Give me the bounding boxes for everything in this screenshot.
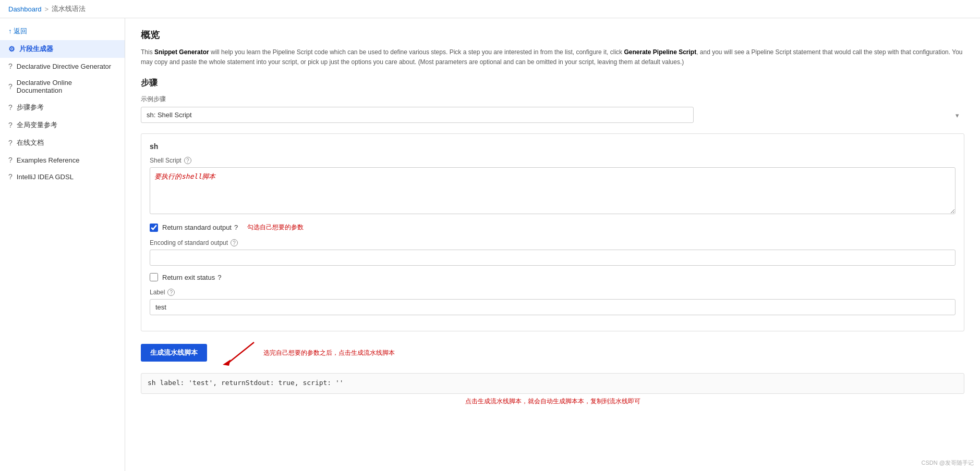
sidebar-item-online-docs[interactable]: ? 在线文档 [0,134,125,152]
sidebar-item-label: 片段生成器 [19,44,53,54]
breadcrumb-sep1: > [45,5,49,13]
svg-line-0 [228,342,254,363]
help-icon-1: ? [8,62,13,70]
encoding-group: Encoding of standard output ? [150,239,955,266]
sidebar-item-declarative-online[interactable]: ? Declarative Online Documentation [0,75,125,98]
shell-script-label: Shell Script [150,157,182,164]
sidebar-item-label: 在线文档 [17,138,44,147]
encoding-label-row: Encoding of standard output ? [150,239,955,246]
return-stdout-row: Return standard output ? 勾选自己想要的参数 [150,223,955,232]
sidebar-item-global-variable[interactable]: ? 全局变量参考 [0,116,125,134]
return-exit-label: Return exit status ? [162,274,221,281]
sh-title: sh [150,142,955,151]
breadcrumb-home[interactable]: Dashboard [8,5,42,13]
encoding-label: Encoding of standard output [150,239,228,246]
sidebar-item-snippet-generator[interactable]: ⚙ 片段生成器 [0,40,125,58]
sidebar-item-label: Examples Reference [17,156,80,164]
arrow-annotation: 选完自己想要的参数之后，点击生成流水线脚本 [217,340,395,366]
intro-text: This Snippet Generator will help you lea… [141,47,964,67]
shell-script-group: Shell Script ? [150,157,955,216]
help-icon-2: ? [8,82,13,91]
step-select[interactable]: sh: Shell Script bat: Windows Batch Scri… [141,107,694,123]
shell-script-textarea[interactable] [150,167,955,214]
sidebar-back[interactable]: ↑ 返回 [0,22,125,40]
label-input[interactable] [150,299,955,315]
sidebar-item-declarative-directive[interactable]: ? Declarative Directive Generator [0,58,125,75]
sidebar: ↑ 返回 ⚙ 片段生成器 ? Declarative Directive Gen… [0,18,125,471]
output-value: sh label: 'test', returnStdout: true, sc… [148,379,344,387]
sidebar-item-step-reference[interactable]: ? 步骤参考 [0,98,125,116]
example-steps-label: 示例步骤 [141,95,964,104]
help-icon-6: ? [8,156,13,164]
sidebar-item-label: Declarative Directive Generator [17,63,111,70]
output-annotation: 点击生成流水线脚本，就会自动生成脚本本，复制到流水线即可 [141,397,964,406]
help-icon-7: ? [8,172,13,181]
output-section: sh label: 'test', returnStdout: true, sc… [141,373,964,406]
shell-script-label-row: Shell Script ? [150,157,955,164]
sh-section: sh Shell Script ? Return standard output… [141,133,964,331]
sidebar-item-intellij-gdsl[interactable]: ? IntelliJ IDEA GDSL [0,168,125,185]
sidebar-item-label: 步骤参考 [17,103,44,112]
breadcrumb-current: 流水线语法 [52,4,86,14]
gear-icon: ⚙ [8,45,15,53]
help-icon-3: ? [8,103,13,111]
help-icon-5: ? [8,139,13,147]
return-stdout-help-icon[interactable]: ? [234,224,238,231]
return-stdout-label: Return standard output ? [162,224,238,231]
label-field-label-row: Label ? [150,289,955,296]
sidebar-item-label: IntelliJ IDEA GDSL [17,173,74,181]
sidebar-item-label: 全局变量参考 [17,120,57,130]
help-icon-4: ? [8,121,13,129]
shell-script-help-icon[interactable]: ? [184,157,191,164]
label-field-label: Label [150,289,165,296]
svg-marker-1 [223,360,231,366]
sidebar-item-examples-reference[interactable]: ? Examples Reference [0,152,125,168]
arrow-icon [217,340,259,366]
return-stdout-checkbox[interactable] [150,224,158,232]
dropdown-row: 示例步骤 sh: Shell Script bat: Windows Batch… [141,95,964,123]
back-label: ↑ 返回 [8,27,27,36]
generate-btn-row: 生成流水线脚本 选完自己想要的参数之后，点击生成流水线脚本 [141,340,964,366]
return-stdout-annotation: 勾选自己想要的参数 [247,223,304,232]
generate-annotation: 选完自己想要的参数之后，点击生成流水线脚本 [263,349,395,357]
label-group: Label ? [150,289,955,315]
sidebar-item-label: Declarative Online Documentation [17,79,116,94]
main-content: 概览 This Snippet Generator will help you … [125,18,980,471]
steps-title: 步骤 [141,78,964,89]
return-exit-row: Return exit status ? [150,273,955,281]
breadcrumb: Dashboard > 流水线语法 [0,0,980,18]
overview-title: 概览 [141,29,964,41]
return-exit-help-icon[interactable]: ? [217,274,221,281]
generate-button[interactable]: 生成流水线脚本 [141,344,207,362]
csdn-watermark: CSDN @发哥随手记 [922,459,974,467]
encoding-help-icon[interactable]: ? [231,239,238,246]
label-help-icon[interactable]: ? [167,289,175,296]
encoding-input[interactable] [150,250,955,266]
return-exit-checkbox[interactable] [150,273,158,281]
output-area: sh label: 'test', returnStdout: true, sc… [141,373,964,394]
select-wrapper: sh: Shell Script bat: Windows Batch Scri… [141,107,964,123]
